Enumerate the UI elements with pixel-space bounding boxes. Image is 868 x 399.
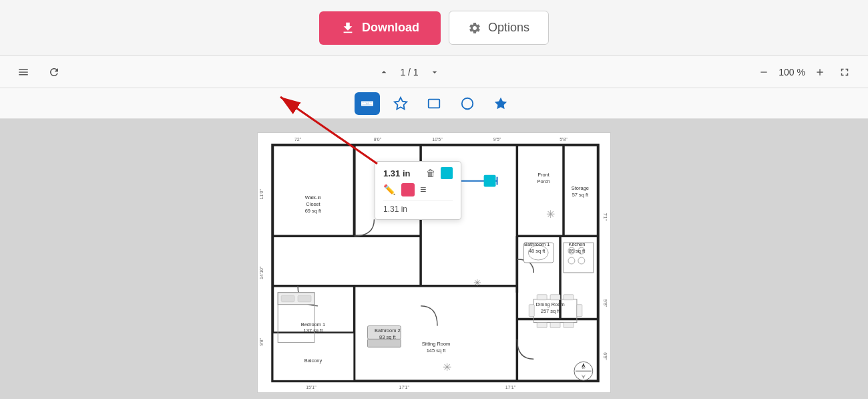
popup-color-indicator — [441, 167, 453, 179]
popup-dimension: 1.31 in — [383, 201, 453, 214]
page-info: 1 / 1 — [400, 67, 418, 78]
measure-tool-button[interactable]: ↔ — [355, 92, 380, 115]
svg-rect-41 — [577, 305, 582, 317]
floor-plan[interactable]: 72" 8'0" 10'5" 9'5" 5'8" 11'0" 14'10" 9'… — [257, 132, 611, 393]
svg-text:83 sq ft: 83 sq ft — [379, 334, 396, 340]
svg-text:15'1": 15'1" — [306, 385, 316, 390]
svg-rect-46 — [550, 323, 560, 328]
toolbar-left — [13, 63, 64, 81]
star-filled-icon — [493, 96, 508, 111]
svg-rect-40 — [529, 305, 534, 317]
options-gear-icon — [468, 21, 481, 35]
svg-text:57 sq ft: 57 sq ft — [572, 192, 589, 198]
zoom-out-button[interactable] — [754, 64, 773, 80]
svg-marker-1 — [395, 97, 407, 108]
star-outline-icon — [393, 96, 408, 111]
svg-text:7'1": 7'1" — [603, 213, 608, 221]
svg-text:8'0": 8'0" — [374, 137, 382, 142]
svg-text:Bathroom 2: Bathroom 2 — [375, 327, 401, 334]
star-outline-button[interactable] — [388, 92, 413, 115]
svg-text:Front: Front — [537, 172, 550, 178]
svg-rect-35 — [281, 295, 294, 302]
more-options-button[interactable]: ≡ — [420, 184, 426, 196]
nav-toolbar: 1 / 1 100 % — [0, 56, 868, 88]
svg-point-54 — [578, 257, 585, 264]
svg-text:Storage: Storage — [572, 185, 589, 191]
svg-text:137 sq ft: 137 sq ft — [304, 327, 324, 334]
zoom-level: 100 % — [779, 67, 805, 78]
rectangle-icon — [427, 96, 441, 111]
main-content: 72" 8'0" 10'5" 9'5" 5'8" 11'0" 14'10" 9'… — [0, 119, 868, 399]
svg-text:Bathroom 1: Bathroom 1 — [524, 241, 550, 247]
download-button[interactable]: Download — [319, 11, 441, 45]
svg-text:✳: ✳ — [473, 277, 481, 288]
svg-point-3 — [462, 98, 473, 109]
download-label: Download — [362, 21, 419, 35]
svg-text:Kitchen: Kitchen — [568, 241, 585, 247]
svg-text:145 sq ft: 145 sq ft — [427, 348, 447, 354]
edit-annotation-button[interactable]: ✏️ — [383, 184, 396, 196]
delete-annotation-button[interactable]: 🗑 — [426, 168, 435, 178]
arrow-down-icon — [429, 67, 440, 78]
svg-rect-43 — [550, 295, 560, 300]
refresh-button[interactable] — [44, 63, 64, 81]
color-swatch-button[interactable] — [401, 183, 415, 196]
svg-text:Bedroom 1: Bedroom 1 — [301, 321, 325, 327]
popup-actions: ✏️ ≡ — [383, 183, 453, 196]
svg-text:17'1": 17'1" — [505, 385, 516, 390]
menu-button[interactable] — [13, 63, 33, 81]
annotation-toolbar: ↔ — [0, 88, 868, 119]
svg-rect-44 — [564, 295, 574, 300]
svg-text:✳: ✳ — [443, 362, 451, 373]
svg-rect-65 — [484, 175, 496, 187]
circle-tool-button[interactable] — [455, 92, 480, 115]
svg-text:↔: ↔ — [365, 100, 369, 105]
svg-text:85 sq ft: 85 sq ft — [569, 248, 586, 254]
svg-text:Porch: Porch — [537, 178, 550, 184]
popup-value: 1.31 in — [383, 168, 421, 178]
download-icon — [341, 21, 355, 35]
menu-icon — [17, 66, 29, 78]
svg-text:17'1": 17'1" — [399, 385, 410, 390]
plus-icon — [815, 67, 825, 78]
measure-icon: ↔ — [360, 96, 375, 111]
annotation-popup: 1.31 in 🗑 ✏️ ≡ 1.31 in — [375, 161, 461, 220]
svg-text:N: N — [582, 366, 585, 370]
floor-plan-container: 72" 8'0" 10'5" 9'5" 5'8" 11'0" 14'10" 9'… — [257, 132, 611, 393]
svg-text:Balcony: Balcony — [304, 358, 322, 364]
toolbar-right: 100 % — [754, 63, 855, 81]
zoom-in-button[interactable] — [811, 64, 829, 80]
svg-text:9'8": 9'8" — [603, 299, 608, 307]
star-filled-button[interactable] — [488, 92, 513, 115]
options-button[interactable]: Options — [449, 11, 549, 45]
svg-point-53 — [568, 257, 575, 264]
svg-text:10'5": 10'5" — [432, 137, 443, 142]
arrow-up-icon — [379, 67, 389, 78]
svg-text:6'9": 6'9" — [603, 352, 608, 360]
svg-rect-47 — [564, 323, 574, 328]
svg-text:48 sq ft: 48 sq ft — [529, 248, 546, 254]
rectangle-tool-button[interactable] — [421, 92, 447, 115]
svg-text:Dining Room: Dining Room — [536, 301, 565, 307]
svg-rect-42 — [537, 295, 547, 300]
svg-text:9'5": 9'5" — [493, 137, 501, 142]
svg-text:✳: ✳ — [546, 209, 555, 220]
top-bar: Download Options — [0, 0, 868, 56]
svg-text:Walk-in: Walk-in — [305, 194, 322, 201]
options-label: Options — [488, 21, 529, 35]
svg-text:72": 72" — [294, 137, 302, 142]
svg-text:Sitting Room: Sitting Room — [422, 341, 451, 347]
toolbar-center: 1 / 1 — [375, 64, 443, 80]
svg-text:257 sq ft: 257 sq ft — [541, 308, 561, 314]
circle-icon — [460, 96, 475, 111]
svg-text:11'0": 11'0" — [259, 189, 264, 200]
svg-rect-31 — [272, 332, 354, 381]
next-page-button[interactable] — [425, 64, 444, 80]
fullscreen-icon — [839, 66, 851, 78]
popup-header: 1.31 in 🗑 — [383, 167, 453, 179]
fullscreen-button[interactable] — [835, 63, 855, 81]
svg-text:Closet: Closet — [306, 201, 320, 207]
prev-page-button[interactable] — [375, 64, 393, 80]
svg-text:69 sq ft: 69 sq ft — [305, 208, 322, 214]
svg-text:14'10": 14'10" — [259, 266, 264, 279]
